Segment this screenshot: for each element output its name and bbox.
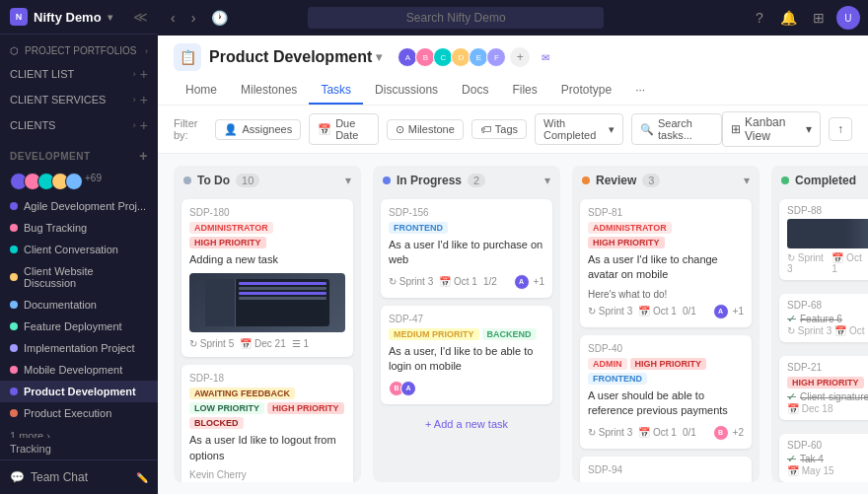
client-services-plus[interactable]: + bbox=[140, 92, 148, 107]
card-sdp-156[interactable]: SDP-156 FRONTEND As a user I'd like to p… bbox=[381, 199, 552, 298]
sprint-40: ↻ Sprint 3 bbox=[588, 427, 632, 438]
tab-discussions[interactable]: Discussions bbox=[363, 77, 450, 105]
sidebar-item-docs[interactable]: Documentation bbox=[0, 294, 158, 316]
with-completed-chevron: ▾ bbox=[609, 123, 615, 136]
execution-label: Product Execution bbox=[24, 407, 111, 419]
card-sdp-94[interactable]: SDP-94 As a user I'd like to log out on … bbox=[580, 457, 752, 482]
team-chat-item[interactable]: 💬 Team Chat ✏️ bbox=[0, 460, 158, 494]
sidebar-item-execution[interactable]: Product Execution bbox=[0, 402, 158, 424]
card-sdp-180[interactable]: SDP-180 ADMINISTRATOR HIGH PRIORITY Addi… bbox=[181, 199, 353, 357]
assignees-156: A +1 bbox=[514, 274, 544, 290]
due-date-filter[interactable]: 📅 Due Date bbox=[309, 113, 379, 145]
history-icon[interactable]: 🕐 bbox=[206, 7, 233, 29]
back-button[interactable]: ‹ bbox=[166, 7, 181, 29]
sidebar-toggle-icon[interactable]: ≪ bbox=[133, 9, 148, 25]
inprogress-add-task[interactable]: + Add a new task bbox=[381, 412, 552, 436]
add-member-button[interactable]: + bbox=[510, 47, 530, 67]
tracking-section: Tracking bbox=[0, 438, 158, 459]
share-button[interactable]: ↑ bbox=[829, 117, 852, 141]
project-title[interactable]: Product Development ▾ bbox=[209, 48, 382, 66]
portfolios-label: PROJECT PORTFOLIOS bbox=[25, 45, 137, 56]
tag-high-2: HIGH PRIORITY bbox=[267, 402, 344, 414]
card-tags-2: AWAITING FEEDBACK LOW PRIORITY HIGH PRIO… bbox=[189, 388, 345, 429]
tab-more[interactable]: ··· bbox=[623, 77, 657, 105]
clients-plus[interactable]: + bbox=[140, 117, 148, 133]
milestone-filter[interactable]: ⊙ Milestone bbox=[387, 119, 464, 140]
tag-backend: BACKEND bbox=[482, 328, 537, 340]
comp-title-21: ✓ Client-signature bbox=[787, 390, 868, 403]
tab-milestones[interactable]: Milestones bbox=[229, 77, 309, 105]
check-icon-68: ✓ bbox=[787, 313, 796, 325]
review-cards: SDP-81 ADMINISTRATOR HIGH PRIORITY As a … bbox=[572, 195, 760, 482]
kanban-icon: ⊞ bbox=[731, 122, 741, 136]
mobile-dot bbox=[10, 366, 18, 374]
sidebar-item-product[interactable]: Product Development bbox=[0, 381, 158, 402]
notification-icon[interactable]: 🔔 bbox=[777, 6, 801, 30]
tab-tasks[interactable]: Tasks bbox=[309, 77, 363, 105]
forward-button[interactable]: › bbox=[186, 7, 201, 29]
inprogress-chevron[interactable]: ▾ bbox=[544, 174, 550, 187]
todo-chevron[interactable]: ▾ bbox=[345, 174, 351, 187]
card-sdp-81[interactable]: SDP-81 ADMINISTRATOR HIGH PRIORITY As a … bbox=[580, 199, 752, 327]
sprint-meta: ↻ Sprint 5 bbox=[189, 338, 234, 349]
tab-docs[interactable]: Docs bbox=[450, 77, 500, 105]
sidebar-item-client-services[interactable]: CLIENT SERVICES › + bbox=[0, 87, 158, 112]
tab-home[interactable]: Home bbox=[174, 77, 229, 105]
card-sdp-47[interactable]: SDP-47 MEDIUM PRIORITY BACKEND As a user… bbox=[381, 306, 552, 404]
date-40: 📅 Oct 1 bbox=[638, 427, 677, 438]
review-chevron[interactable]: ▾ bbox=[744, 174, 750, 187]
tab-prototype[interactable]: Prototype bbox=[549, 77, 623, 105]
check-icon-21: ✓ bbox=[787, 390, 796, 403]
sidebar-item-impl[interactable]: Implementation Project bbox=[0, 337, 158, 359]
apps-icon[interactable]: ⊞ bbox=[807, 6, 831, 30]
card-sdp-18[interactable]: SDP-18 AWAITING FEEDBACK LOW PRIORITY HI… bbox=[181, 365, 353, 482]
sidebar-item-portfolios[interactable]: ⬡ PROJECT PORTFOLIOS › bbox=[0, 40, 158, 61]
sidebar-item-client-conv[interactable]: Client Conversation bbox=[0, 239, 158, 260]
person-name: Kevin Cherry bbox=[189, 469, 345, 480]
more-label[interactable]: 1 more › bbox=[10, 430, 50, 438]
client-list-label: CLIENT LIST bbox=[10, 68, 74, 80]
sidebar-item-agile[interactable]: Agile Development Proj... bbox=[0, 195, 158, 217]
sidebar-item-clients[interactable]: CLIENTS › + bbox=[0, 112, 158, 138]
card-footer-40: ↻ Sprint 3 📅 Oct 1 0/1 B +2 bbox=[588, 425, 744, 441]
client-list-plus[interactable]: + bbox=[140, 66, 148, 82]
completed-card-60[interactable]: SDP-60 ✓ Tak 4 📅 May 15 bbox=[779, 434, 868, 482]
tracking-label: Tracking bbox=[10, 443, 51, 455]
user-avatar[interactable]: U bbox=[836, 6, 860, 30]
sidebar-item-mobile[interactable]: Mobile Development bbox=[0, 359, 158, 381]
product-dot bbox=[10, 388, 18, 395]
inprogress-title: In Progress bbox=[397, 174, 462, 187]
sidebar-item-client-list[interactable]: CLIENT LIST › + bbox=[0, 61, 158, 87]
sidebar-item-feature[interactable]: Feature Deployment bbox=[0, 316, 158, 337]
todo-header: To Do 10 ▾ bbox=[174, 166, 361, 195]
search-tasks-filter[interactable]: 🔍 Search tasks... bbox=[631, 113, 722, 145]
search-tasks-icon: 🔍 bbox=[640, 123, 654, 136]
help-icon[interactable]: ? bbox=[748, 6, 771, 30]
tags-filter[interactable]: 🏷 Tags bbox=[471, 119, 527, 139]
tab-files[interactable]: Files bbox=[500, 77, 548, 105]
with-completed-filter[interactable]: With Completed ▾ bbox=[535, 113, 623, 145]
assignees-filter[interactable]: 👤 Assignees bbox=[215, 119, 301, 140]
completed-card-68[interactable]: SDP-68 ✓ Feature 6 ↻ Sprint 3 📅 Oct 1 bbox=[779, 294, 868, 342]
tag-frontend: FRONTEND bbox=[389, 222, 448, 234]
development-plus[interactable]: + bbox=[139, 148, 148, 164]
completed-card-88[interactable]: SDP-88 ↻ Sprint 3 📅 Oct 1 ■ 1 bbox=[779, 199, 868, 280]
inprogress-column: In Progress 2 ▾ SDP-156 FRONTEND As a us… bbox=[373, 166, 560, 482]
sidebar-item-bug[interactable]: Bug Tracking bbox=[0, 217, 158, 239]
inprogress-dot bbox=[383, 176, 391, 184]
view-selector[interactable]: ⊞ Kanban View ▾ bbox=[722, 111, 821, 147]
search-input[interactable] bbox=[308, 7, 604, 29]
card-sdp-40[interactable]: SDP-40 ADMIN HIGH PRIORITY FRONTEND A us… bbox=[580, 335, 752, 449]
proj-avatar-4: D bbox=[451, 47, 470, 67]
sidebar-item-client-web[interactable]: Client Website Discussion bbox=[0, 260, 158, 294]
avatar-5 bbox=[65, 173, 83, 190]
comp-id-21: SDP-21 bbox=[787, 362, 868, 373]
chat-arrow: ✏️ bbox=[136, 472, 148, 483]
card-image bbox=[189, 273, 345, 332]
subtasks-40: 0/1 bbox=[683, 427, 696, 438]
completed-card-21[interactable]: SDP-21 HIGH PRIORITY ✓ Client-signature … bbox=[779, 356, 868, 420]
review-header: Review 3 ▾ bbox=[572, 166, 760, 195]
brand[interactable]: N Nifty Demo ▾ bbox=[10, 8, 112, 26]
invite-icon[interactable]: ✉ bbox=[542, 52, 549, 63]
card-title-47: As a user, I'd like to be able to login … bbox=[389, 344, 544, 375]
